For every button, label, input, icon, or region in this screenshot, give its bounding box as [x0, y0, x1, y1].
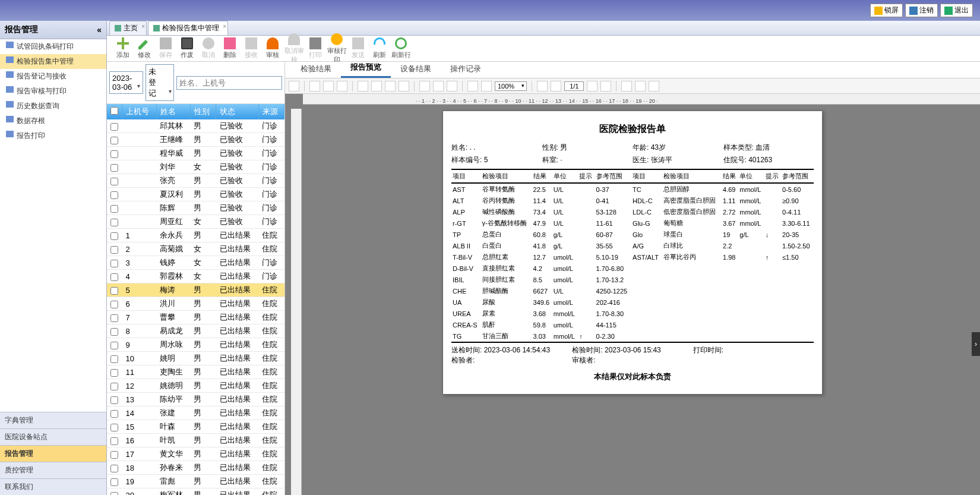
- nav-item[interactable]: 报告登记与接收: [0, 69, 106, 84]
- row-checkbox[interactable]: [110, 355, 118, 363]
- close-icon[interactable]: ×: [223, 23, 226, 30]
- row-checkbox[interactable]: [110, 191, 118, 199]
- row-checkbox[interactable]: [110, 424, 118, 431]
- row-checkbox[interactable]: [110, 451, 118, 459]
- preview-tab[interactable]: 报告预览: [341, 58, 391, 78]
- table-row[interactable]: 19雷彪男已出结果住院: [107, 475, 284, 488]
- nav-footer-item[interactable]: 字典管理: [0, 412, 106, 428]
- row-checkbox[interactable]: [110, 219, 118, 226]
- row-checkbox[interactable]: [110, 178, 118, 185]
- zoom-select[interactable]: 100%: [495, 81, 527, 91]
- table-row[interactable]: 15叶森男已出结果住院: [107, 420, 284, 434]
- lock-button[interactable]: 锁屏: [870, 4, 903, 17]
- table-row[interactable]: 18孙春来男已出结果住院: [107, 461, 284, 475]
- table-row[interactable]: 邱其林男已验收门诊: [107, 119, 284, 133]
- rt-icon-4[interactable]: [399, 81, 409, 92]
- nav-item[interactable]: 历史数据查询: [0, 99, 106, 113]
- table-row[interactable]: 16叶凯男已出结果住院: [107, 434, 284, 447]
- grid-header[interactable]: 来源: [258, 104, 284, 119]
- row-checkbox[interactable]: [110, 137, 118, 144]
- table-row[interactable]: 14张建男已出结果住院: [107, 406, 284, 420]
- preview-tab[interactable]: 设备结果: [391, 60, 441, 78]
- rt-icon-2[interactable]: [371, 81, 382, 92]
- row-checkbox[interactable]: [110, 205, 118, 213]
- rt-find-icon[interactable]: [337, 81, 347, 92]
- nav-item[interactable]: 检验报告集中管理: [0, 54, 106, 69]
- row-checkbox[interactable]: [110, 396, 118, 404]
- close-icon[interactable]: ×: [141, 23, 145, 30]
- row-checkbox[interactable]: [110, 150, 118, 158]
- void-button[interactable]: 作废: [177, 37, 197, 59]
- table-row[interactable]: 5梅涛男已出结果住院: [107, 283, 284, 297]
- search-input[interactable]: [176, 76, 282, 90]
- row-checkbox[interactable]: [110, 123, 118, 131]
- row-checkbox[interactable]: [110, 342, 118, 349]
- audit-button[interactable]: 审核: [263, 37, 283, 59]
- collapse-icon[interactable]: «: [97, 25, 102, 34]
- grid-header[interactable]: 状态: [216, 104, 258, 119]
- select-all-checkbox[interactable]: [110, 107, 118, 115]
- table-row[interactable]: 4郭霞林女已出结果门诊: [107, 270, 284, 283]
- date-select[interactable]: 2023-03-06: [109, 71, 143, 94]
- table-row[interactable]: 20梅军林男已出结果住院: [107, 488, 284, 496]
- row-checkbox[interactable]: [110, 328, 118, 336]
- grid-header[interactable]: 姓名: [156, 104, 190, 119]
- rt-ibeam-icon[interactable]: [635, 81, 646, 92]
- table-row[interactable]: 夏汉利男已验收门诊: [107, 188, 284, 201]
- rt-icon-7[interactable]: [447, 81, 457, 92]
- preview-tab[interactable]: 检验结果: [291, 60, 341, 78]
- row-checkbox[interactable]: [110, 164, 118, 172]
- table-row[interactable]: 刘华女已验收门诊: [107, 160, 284, 174]
- main-tab[interactable]: 检验报告集中管理×: [148, 21, 228, 35]
- table-row[interactable]: 1余永兵男已出结果住院: [107, 229, 284, 242]
- rt-next-icon[interactable]: [587, 81, 598, 92]
- nav-item[interactable]: 数据存根: [0, 113, 106, 128]
- rt-fit-icon[interactable]: [289, 81, 299, 92]
- row-checkbox[interactable]: [110, 492, 118, 495]
- nav-item[interactable]: 报告审核与打印: [0, 84, 106, 99]
- rt-icon-6[interactable]: [433, 81, 444, 92]
- table-row[interactable]: 陈辉男已验收门诊: [107, 201, 284, 215]
- add-button[interactable]: 添加: [113, 37, 133, 59]
- rt-copy-icon[interactable]: [649, 81, 659, 92]
- rt-prev-icon[interactable]: [551, 81, 561, 92]
- table-row[interactable]: 7曹攀男已出结果住院: [107, 311, 284, 324]
- nav-footer-item[interactable]: 医院设备站点: [0, 428, 106, 445]
- row-checkbox[interactable]: [110, 383, 118, 390]
- table-row[interactable]: 3钱婷女已出结果门诊: [107, 256, 284, 270]
- row-checkbox[interactable]: [110, 301, 118, 308]
- row-checkbox[interactable]: [110, 465, 118, 472]
- rt-zoomin-icon[interactable]: [467, 81, 478, 92]
- row-checkbox[interactable]: [110, 273, 118, 281]
- status-select[interactable]: 未登记: [146, 64, 174, 101]
- row-checkbox[interactable]: [110, 260, 118, 267]
- table-row[interactable]: 2高菊娥女已出结果住院: [107, 242, 284, 256]
- row-checkbox[interactable]: [110, 232, 118, 240]
- table-row[interactable]: 17黄文华男已出结果住院: [107, 447, 284, 461]
- table-row[interactable]: 9周水咏男已出结果住院: [107, 338, 284, 352]
- table-row[interactable]: 13陈幼平男已出结果住院: [107, 393, 284, 406]
- refr-button[interactable]: 刷新: [369, 37, 390, 59]
- table-row[interactable]: 程华威男已验收门诊: [107, 147, 284, 160]
- row-checkbox[interactable]: [110, 410, 118, 418]
- exit-button[interactable]: 退出: [940, 4, 973, 17]
- record-grid[interactable]: 上机号姓名性别状态来源邱其林男已验收门诊王继峰男已验收门诊程华威男已验收门诊刘华…: [107, 104, 284, 495]
- table-row[interactable]: 王继峰男已验收门诊: [107, 133, 284, 147]
- grid-header[interactable]: 上机号: [122, 104, 157, 119]
- nav-footer-item[interactable]: 报告管理: [0, 445, 106, 462]
- table-row[interactable]: 张亮男已验收门诊: [107, 174, 284, 188]
- rt-last-icon[interactable]: [600, 81, 611, 92]
- table-row[interactable]: 12姚德明男已出结果住院: [107, 379, 284, 393]
- table-row[interactable]: 8易成龙男已出结果住院: [107, 324, 284, 338]
- table-row[interactable]: 周亚红女已验收门诊: [107, 215, 284, 229]
- table-row[interactable]: 6洪川男已出结果住院: [107, 297, 284, 311]
- grid-header[interactable]: 性别: [190, 104, 216, 119]
- rt-hand-icon[interactable]: [621, 81, 632, 92]
- row-checkbox[interactable]: [110, 437, 118, 445]
- rt-icon-3[interactable]: [385, 81, 396, 92]
- table-row[interactable]: 11吏陶生男已出结果住院: [107, 365, 284, 379]
- row-checkbox[interactable]: [110, 314, 118, 322]
- rt-icon-5[interactable]: [419, 81, 430, 92]
- row-checkbox[interactable]: [110, 369, 118, 377]
- refr2-button[interactable]: 刷新行: [391, 37, 411, 59]
